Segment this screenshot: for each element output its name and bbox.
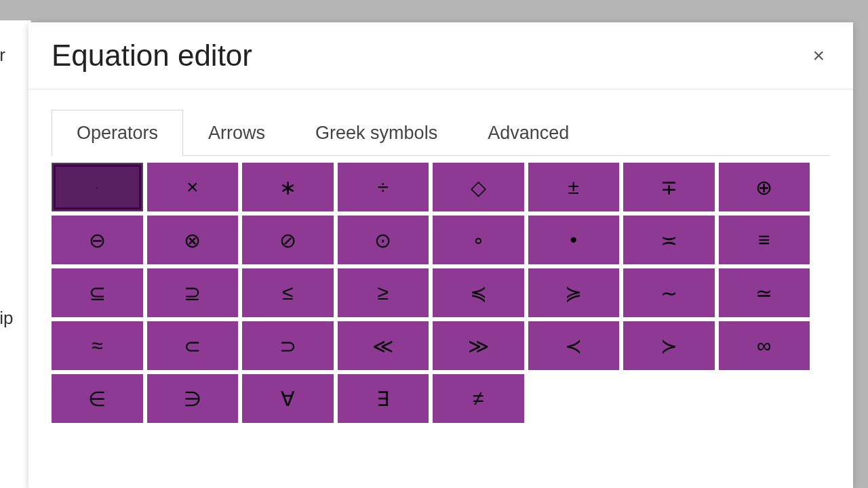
symbol-leq[interactable]: ≤ <box>242 268 334 317</box>
symbol-equiv[interactable]: ≡ <box>719 216 810 264</box>
symbol-forall[interactable]: ∀ <box>242 374 334 423</box>
symbol-otimes[interactable]: ⊗ <box>147 216 239 264</box>
symbol-ll[interactable]: ≪ <box>338 321 429 370</box>
symbol-asymp[interactable]: ≍ <box>623 216 715 264</box>
symbol-neq[interactable]: ≠ <box>433 374 524 423</box>
symbol-grid: ·×∗÷◇±∓⊕⊖⊗⊘⊙∘•≍≡⊆⊇≤≥≼≽∼≃≈⊂⊃≪≫≺≻∞∈∋∀∃≠ <box>52 156 816 423</box>
symbol-times[interactable]: × <box>147 163 239 211</box>
symbol-diamond[interactable]: ◇ <box>433 163 524 211</box>
symbol-subset[interactable]: ⊂ <box>147 321 239 370</box>
symbol-cdot[interactable]: · <box>52 163 143 211</box>
dialog-title: Equation editor <box>52 39 252 73</box>
symbol-supseteq[interactable]: ⊇ <box>147 268 239 317</box>
symbol-simeq[interactable]: ≃ <box>719 268 810 317</box>
symbol-odot[interactable]: ⊙ <box>338 216 429 264</box>
symbol-asterisk[interactable]: ∗ <box>242 163 334 211</box>
symbol-sim[interactable]: ∼ <box>623 268 715 317</box>
symbol-minus-plus[interactable]: ∓ <box>623 163 715 211</box>
symbol-ni[interactable]: ∋ <box>147 374 239 423</box>
symbol-approx[interactable]: ≈ <box>52 321 143 370</box>
tab-advanced[interactable]: Advanced <box>462 110 594 156</box>
equation-editor-dialog: Equation editor × OperatorsArrowsGreek s… <box>28 22 853 488</box>
symbol-oplus[interactable]: ⊕ <box>719 163 810 211</box>
background-text-1: tr <box>0 45 5 66</box>
symbol-geq[interactable]: ≥ <box>338 268 429 317</box>
close-button[interactable]: × <box>807 43 830 68</box>
dialog-header: Equation editor × <box>28 22 853 89</box>
symbol-divide[interactable]: ÷ <box>338 163 429 211</box>
tab-strip: OperatorsArrowsGreek symbolsAdvanced <box>52 110 830 156</box>
symbol-oslash[interactable]: ⊘ <box>242 216 334 264</box>
symbol-infty[interactable]: ∞ <box>719 321 810 370</box>
symbol-exists[interactable]: ∃ <box>338 374 429 423</box>
tab-greek-symbols[interactable]: Greek symbols <box>290 110 462 156</box>
symbol-prec[interactable]: ≺ <box>528 321 620 370</box>
symbol-succeq[interactable]: ≽ <box>528 268 620 317</box>
tab-operators[interactable]: Operators <box>52 110 183 156</box>
dialog-body: OperatorsArrowsGreek symbolsAdvanced ·×∗… <box>28 89 853 423</box>
symbol-supset[interactable]: ⊃ <box>242 321 334 370</box>
symbol-subseteq[interactable]: ⊆ <box>52 268 143 317</box>
symbol-in[interactable]: ∈ <box>52 374 143 423</box>
tab-arrows[interactable]: Arrows <box>183 110 290 156</box>
symbol-preceq[interactable]: ≼ <box>433 268 524 317</box>
symbol-succ[interactable]: ≻ <box>623 321 715 370</box>
symbol-ominus[interactable]: ⊖ <box>52 216 143 264</box>
symbol-circ[interactable]: ∘ <box>433 216 524 264</box>
symbol-bullet[interactable]: • <box>528 216 620 264</box>
background-panel: tr :ip <box>0 20 31 488</box>
symbol-plus-minus[interactable]: ± <box>528 163 620 211</box>
symbol-gg[interactable]: ≫ <box>433 321 524 370</box>
background-text-2: :ip <box>0 308 13 329</box>
